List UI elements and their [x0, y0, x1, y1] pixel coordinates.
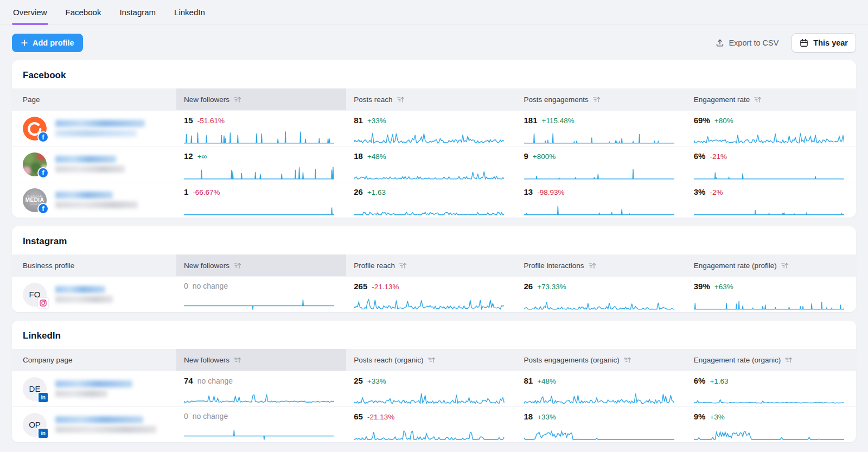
column-header-entity[interactable]: Page	[12, 88, 176, 110]
metric-value-line: 18+33%	[524, 412, 674, 421]
sort-asc-icon	[781, 262, 789, 269]
metric-cell-engagement-rate-organic-: 6%+1.63	[686, 371, 856, 406]
column-header-new-followers[interactable]: New followers	[176, 349, 346, 371]
column-header-label: Posts engagements (organic)	[524, 356, 620, 364]
metric-cell-posts-engagements: 181+115.48%	[516, 111, 686, 146]
metric-change: +∞	[197, 152, 207, 161]
facebook-card: FacebookPageNew followersPosts reachPost…	[12, 60, 856, 218]
sparkline-chart	[524, 199, 674, 215]
profile-link-cell[interactable]: OPin	[12, 407, 176, 442]
sparkline-chart	[184, 163, 334, 180]
date-range-button[interactable]: This year	[792, 33, 856, 53]
sparkline-chart	[354, 128, 504, 144]
column-header-posts-reach-organic-[interactable]: Posts reach (organic)	[346, 349, 516, 371]
metric-cell-new-followers: 74no change	[176, 371, 346, 406]
column-header-posts-reach[interactable]: Posts reach	[346, 88, 516, 110]
column-header-label: New followers	[184, 96, 229, 104]
metric-value: 25	[354, 376, 363, 385]
column-header-engagement-rate-organic-[interactable]: Engagement rate (organic)	[686, 349, 856, 371]
column-header-profile-reach[interactable]: Profile reach	[346, 254, 516, 276]
metric-value-line: 15-51.61%	[184, 116, 334, 125]
metric-cell-posts-engagements-organic-: 81+48%	[516, 371, 686, 406]
sparkline-chart	[184, 128, 334, 144]
profile-row: f12+∞18+48%9+800%6%-21%	[12, 146, 856, 182]
column-header-label: Engagement rate	[694, 96, 750, 104]
sparkline-chart	[354, 388, 504, 404]
table-header-row: PageNew followersPosts reachPosts engage…	[12, 88, 856, 110]
metric-change: +48%	[537, 377, 556, 385]
linkedin-card: LinkedInCompany pageNew followersPosts r…	[12, 321, 856, 442]
metric-value: 265	[354, 282, 367, 291]
blurred-name-line	[55, 201, 138, 208]
column-header-entity[interactable]: Business profile	[12, 254, 176, 276]
metric-value-line: 1-66.67%	[184, 187, 334, 196]
metric-change: -2%	[710, 188, 723, 196]
profile-link-cell[interactable]: SOCIALMEDIAcontentf	[12, 182, 176, 218]
column-header-profile-interactions[interactable]: Profile interactions	[516, 254, 686, 276]
blurred-name-line	[55, 416, 143, 423]
facebook-badge-icon: f	[37, 131, 49, 143]
metric-value: 18	[354, 151, 363, 161]
sort-asc-icon	[623, 356, 631, 364]
metric-value: 26	[354, 187, 363, 196]
metric-value-line: 3%-2%	[694, 187, 844, 196]
metric-change: no change	[193, 282, 228, 290]
sparkline-chart	[354, 424, 504, 440]
metric-value: 39%	[694, 282, 710, 291]
facebook-badge-icon: f	[37, 167, 49, 179]
linkedin-badge-icon: in	[37, 392, 49, 403]
column-header-label: Engagement rate (organic)	[694, 356, 781, 364]
profile-row: DEin74no change25+33%81+48%6%+1.63	[12, 371, 856, 406]
metric-value: 69%	[694, 116, 710, 125]
profile-row: OPin0no change65-21.13%18+33%9%+3%	[12, 406, 856, 442]
column-header-entity[interactable]: Company page	[12, 349, 176, 371]
metric-value-line: 9%+3%	[694, 412, 844, 421]
column-header-label: Profile reach	[354, 262, 395, 270]
sections-container: FacebookPageNew followersPosts reachPost…	[0, 60, 868, 442]
tab-overview[interactable]: Overview	[12, 2, 48, 24]
tab-linkedin[interactable]: LinkedIn	[173, 2, 206, 24]
tab-instagram[interactable]: Instagram	[118, 2, 157, 24]
metric-cell-posts-engagements: 13-98.93%	[516, 182, 686, 218]
metric-value-line: 74no change	[184, 376, 334, 385]
column-header-engagement-rate-profile-[interactable]: Engagement rate (profile)	[686, 254, 856, 276]
column-header-posts-engagements[interactable]: Posts engagements	[516, 88, 686, 110]
profile-name-blurred	[55, 120, 145, 137]
metric-cell-new-followers: 0no change	[176, 277, 346, 312]
column-header-new-followers[interactable]: New followers	[176, 88, 346, 110]
profile-link-cell[interactable]: DEin	[12, 371, 176, 406]
profile-link-cell[interactable]: f	[12, 147, 176, 182]
column-header-engagement-rate[interactable]: Engagement rate	[686, 88, 856, 110]
profile-link-cell[interactable]: FO	[12, 277, 176, 312]
metric-value: 18	[524, 412, 533, 421]
tab-facebook[interactable]: Facebook	[65, 2, 103, 24]
metric-change: -98.93%	[537, 188, 564, 196]
metric-change: +80%	[714, 117, 733, 125]
metric-value-line: 0no change	[184, 412, 334, 421]
metric-change: +73.33%	[537, 283, 566, 291]
sort-asc-icon	[233, 96, 241, 103]
sparkline-chart	[524, 294, 674, 310]
column-header-new-followers[interactable]: New followers	[176, 254, 346, 276]
profile-link-cell[interactable]: f	[12, 111, 176, 146]
profile-avatar: f	[23, 152, 47, 176]
plus-icon	[21, 39, 28, 47]
blurred-name-line	[55, 286, 105, 293]
metric-cell-posts-reach-organic-: 65-21.13%	[346, 407, 516, 442]
metric-change: no change	[197, 377, 233, 385]
metric-value-line: 18+48%	[354, 151, 504, 161]
export-csv-button[interactable]: Export to CSV	[716, 39, 778, 47]
metric-value-line: 12+∞	[184, 151, 334, 161]
add-profile-label: Add profile	[33, 39, 74, 47]
sort-asc-icon	[233, 356, 241, 364]
metric-value-line: 69%+80%	[694, 116, 844, 125]
sparkline-chart	[354, 163, 504, 180]
toolbar-right: Export to CSV This year	[716, 33, 856, 53]
metric-value-line: 25+33%	[354, 376, 504, 385]
column-header-label: Posts reach (organic)	[354, 356, 423, 364]
metric-value: 15	[184, 116, 193, 125]
calendar-icon	[800, 39, 808, 47]
column-header-posts-engagements-organic-[interactable]: Posts engagements (organic)	[516, 349, 686, 371]
add-profile-button[interactable]: Add profile	[12, 34, 83, 52]
metric-value-line: 65-21.13%	[354, 412, 504, 421]
